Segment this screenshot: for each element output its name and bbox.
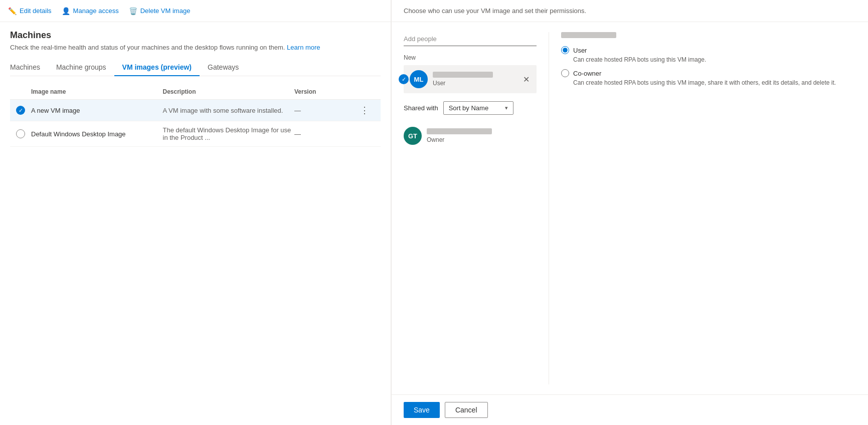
main-content: Machines Check the real-time health and … [0, 22, 391, 425]
table-row[interactable]: ✓ A new VM image A VM image with some so… [10, 100, 381, 121]
edit-icon: ✏️ [8, 7, 17, 15]
row-selected-check: ✓ [16, 106, 25, 115]
tabs-bar: Machines Machine groups VM images (previ… [10, 59, 381, 76]
page-title: Machines [10, 30, 381, 41]
shared-with-label: Shared with [404, 104, 438, 112]
coowner-radio-input[interactable] [561, 69, 569, 77]
coowner-radio-label[interactable]: Co-owner [561, 69, 856, 77]
row-description: The default Windows Desktop Image for us… [163, 126, 295, 141]
tab-machines[interactable]: Machines [10, 59, 48, 76]
sort-dropdown[interactable]: Sort by Name ▾ [443, 101, 513, 115]
page-subtitle: Check the real-time health and status of… [10, 44, 381, 51]
permission-radio-group: User Can create hosted RPA bots using th… [561, 46, 856, 86]
row-context-menu[interactable]: ⋮ [355, 105, 375, 116]
user-name-blurred [433, 72, 493, 78]
permission-user-name-blurred [561, 32, 616, 38]
edit-details-label: Edit details [20, 7, 52, 15]
owner-name-blurred [427, 128, 492, 134]
row-description: A VM image with some software installed. [163, 107, 295, 114]
avatar: ML [410, 70, 428, 88]
user-role: User [433, 80, 517, 87]
remove-user-button[interactable]: ✕ [522, 74, 531, 85]
coowner-permission-label: Co-owner [573, 70, 601, 77]
tab-vm-images[interactable]: VM images (preview) [114, 59, 200, 76]
learn-more-link[interactable]: Learn more [287, 44, 320, 51]
col-image-name: Image name [31, 88, 163, 95]
delete-vm-image-label: Delete VM image [140, 7, 191, 15]
user-permission-item: User Can create hosted RPA bots using th… [561, 46, 856, 63]
user-permission-label: User [573, 47, 587, 54]
panel-footer: Save Cancel [392, 394, 868, 425]
col-description: Description [163, 88, 295, 95]
avatar: GT [404, 127, 422, 145]
permissions-section: User Can create hosted RPA bots using th… [549, 32, 856, 384]
owner-role: Owner [427, 136, 537, 143]
people-section: New ✓ ML User ✕ Shared with Sort by Name… [404, 32, 549, 384]
delete-vm-image-button[interactable]: 🗑️ Delete VM image [129, 5, 191, 17]
cancel-button[interactable]: Cancel [445, 402, 488, 418]
manage-access-button[interactable]: 👤 Manage access [62, 5, 119, 17]
manage-access-label: Manage access [73, 7, 119, 15]
person-icon: 👤 [62, 7, 70, 15]
left-panel: ✏️ Edit details 👤 Manage access 🗑️ Delet… [0, 0, 391, 425]
card-check-icon: ✓ [399, 74, 409, 84]
coowner-permission-description: Can create hosted RPA bots using this VM… [561, 79, 856, 86]
shared-with-row: Shared with Sort by Name ▾ [404, 101, 537, 115]
row-unselected-check [16, 129, 25, 138]
manage-access-panel: Choose who can use your VM image and set… [391, 0, 868, 425]
owner-info: Owner [427, 128, 537, 143]
chevron-down-icon: ▾ [505, 105, 508, 111]
delete-icon: 🗑️ [129, 7, 137, 15]
table-row[interactable]: Default Windows Desktop Image The defaul… [10, 121, 381, 147]
row-image-name: Default Windows Desktop Image [31, 130, 163, 138]
sort-dropdown-text: Sort by Name [449, 104, 501, 112]
col-version: Version [294, 88, 355, 95]
panel-description: Choose who can use your VM image and set… [392, 0, 868, 22]
tab-gateways[interactable]: Gateways [200, 59, 247, 76]
user-radio-input[interactable] [561, 46, 569, 54]
row-version: — [294, 130, 355, 138]
toolbar: ✏️ Edit details 👤 Manage access 🗑️ Delet… [0, 0, 391, 22]
edit-details-button[interactable]: ✏️ Edit details [8, 5, 52, 17]
tab-machine-groups[interactable]: Machine groups [48, 59, 114, 76]
row-image-name: A new VM image [31, 107, 163, 114]
user-info: User [433, 72, 517, 87]
panel-content: New ✓ ML User ✕ Shared with Sort by Name… [392, 22, 868, 394]
row-version: — [294, 107, 355, 114]
new-label: New [404, 54, 537, 61]
user-radio-label[interactable]: User [561, 46, 856, 54]
add-people-input[interactable] [404, 32, 537, 46]
user-permission-description: Can create hosted RPA bots using this VM… [561, 56, 856, 63]
save-button[interactable]: Save [404, 402, 440, 418]
new-user-card: ✓ ML User ✕ [404, 65, 537, 93]
coowner-permission-item: Co-owner Can create hosted RPA bots usin… [561, 69, 856, 86]
table-header: Image name Description Version [10, 84, 381, 100]
owner-row: GT Owner [404, 123, 537, 149]
